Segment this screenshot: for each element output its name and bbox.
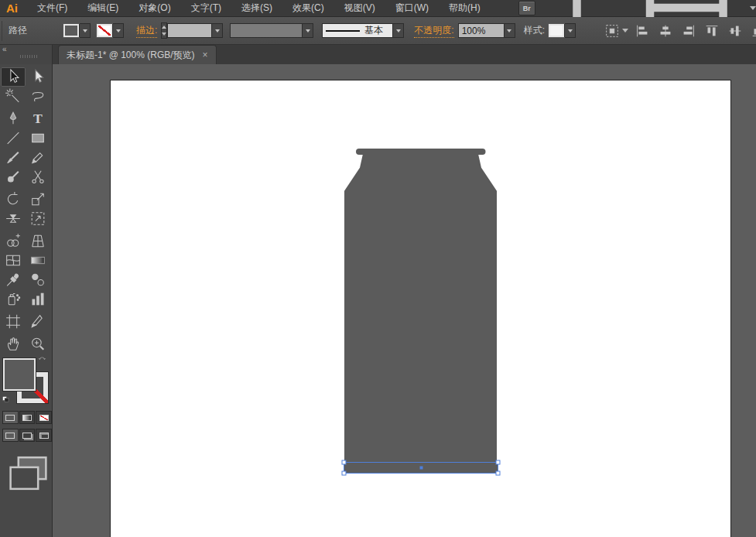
menu-item-help[interactable]: 帮助(H) — [439, 0, 491, 16]
selection-handle[interactable] — [496, 471, 500, 475]
stroke-color-combo[interactable] — [96, 23, 124, 38]
stroke-weight-dropdown[interactable] — [211, 24, 222, 37]
type-tool[interactable]: T — [26, 109, 50, 128]
paintbrush-tool[interactable] — [1, 148, 26, 167]
draw-normal-button[interactable] — [2, 429, 19, 442]
valign-top-button[interactable] — [703, 22, 721, 39]
menu-item-select[interactable]: 选择(S) — [231, 0, 282, 16]
fill-none-button[interactable] — [36, 411, 52, 424]
menu-item-window[interactable]: 窗口(W) — [385, 0, 439, 16]
column-graph-tool[interactable] — [26, 289, 50, 309]
fill-dropdown-button[interactable] — [79, 24, 90, 37]
slice-tool[interactable] — [26, 312, 50, 331]
chevron-down-icon — [215, 29, 220, 32]
scale-tool[interactable] — [26, 190, 50, 209]
free-transform-tool[interactable] — [26, 209, 50, 228]
align-center-h-button[interactable] — [656, 22, 675, 39]
draw-inside-button[interactable] — [36, 429, 52, 442]
selection-handle[interactable] — [496, 460, 500, 464]
stroke-weight-combo[interactable] — [167, 23, 223, 38]
close-tab-icon[interactable]: × — [203, 50, 208, 60]
symbol-sprayer-tool[interactable] — [1, 289, 26, 309]
stroke-dropdown-button[interactable] — [112, 24, 123, 37]
rotate-tool[interactable] — [1, 190, 26, 209]
magic-wand-tool[interactable] — [1, 87, 26, 106]
style-dropdown[interactable] — [564, 24, 575, 37]
hand-tool[interactable] — [1, 334, 26, 354]
tools-panel-header: « — [0, 45, 53, 64]
align-left-button[interactable] — [633, 22, 652, 39]
align-to-selection-button[interactable] — [602, 22, 628, 39]
blob-brush-tool[interactable] — [1, 167, 26, 186]
chevron-down-icon — [568, 29, 573, 32]
stroke-weight-field[interactable] — [168, 24, 211, 37]
swap-fill-stroke-icon[interactable] — [37, 355, 49, 365]
perspective-grid-tool[interactable] — [26, 231, 50, 251]
width-profile-combo[interactable] — [230, 23, 313, 38]
opacity-dropdown[interactable] — [504, 24, 515, 37]
stepper-down-button[interactable] — [162, 31, 166, 39]
direct-selection-tool[interactable] — [26, 67, 50, 87]
stroke-panel-link[interactable]: 描边: — [136, 24, 157, 38]
artboard-tool[interactable] — [1, 312, 26, 331]
rectangle-icon — [26, 128, 50, 148]
width-tool[interactable] — [1, 209, 26, 228]
menu-item-edit[interactable]: 编辑(E) — [77, 0, 128, 16]
menu-item-type[interactable]: 文字(T) — [181, 0, 231, 16]
selection-icon — [1, 67, 26, 87]
valign-middle-button[interactable] — [726, 22, 744, 39]
screen-mode-button[interactable] — [0, 450, 52, 497]
eyedropper-tool[interactable] — [1, 270, 26, 289]
brush-definition-dropdown[interactable] — [392, 24, 403, 37]
stepper-up-button[interactable] — [162, 23, 166, 31]
stroke-weight-stepper[interactable] — [161, 22, 167, 39]
perspective-grid-icon — [26, 231, 50, 251]
blend-tool[interactable] — [26, 270, 50, 289]
style-swatch[interactable] — [549, 24, 564, 37]
draw-behind-button[interactable] — [19, 429, 36, 442]
selection-handle[interactable] — [342, 471, 346, 475]
panel-grip[interactable] — [2, 21, 2, 41]
width-profile-dropdown[interactable] — [302, 24, 313, 37]
app-logo: Ai — [0, 2, 27, 15]
brush-definition-combo[interactable]: 基本 — [322, 23, 404, 38]
align-left-icon — [633, 22, 652, 39]
opacity-field[interactable]: 100% — [459, 24, 504, 37]
collapse-panel-button[interactable]: « — [2, 46, 7, 53]
zoom-tool[interactable] — [26, 334, 50, 354]
selection-tool[interactable] — [1, 67, 26, 87]
scissors-tool[interactable] — [26, 167, 50, 186]
menu-item-effect[interactable]: 效果(C) — [282, 0, 334, 16]
menu-item-object[interactable]: 对象(O) — [128, 0, 180, 16]
fill-color-combo[interactable] — [63, 23, 91, 38]
fill-swatch[interactable] — [63, 24, 79, 37]
pencil-tool[interactable] — [26, 148, 50, 167]
align-to-selection-icon — [602, 22, 622, 39]
align-right-button[interactable] — [679, 22, 698, 39]
width-profile-preview[interactable] — [231, 24, 302, 37]
stroke-swatch-none[interactable] — [97, 24, 112, 37]
screen-mode-icon — [5, 450, 52, 497]
mesh-tool[interactable] — [1, 251, 26, 270]
document-tab[interactable]: 未标题-1* @ 100% (RGB/预览) × — [58, 45, 217, 64]
opacity-combo[interactable]: 100% — [458, 23, 515, 38]
shape-builder-tool[interactable] — [1, 231, 26, 251]
rectangle-tool[interactable] — [26, 128, 50, 148]
canvas[interactable] — [53, 64, 756, 537]
bottle-body-shape[interactable] — [345, 154, 496, 463]
fill-color-button[interactable] — [2, 411, 19, 424]
opacity-panel-link[interactable]: 不透明度: — [414, 24, 453, 38]
line-segment-tool[interactable] — [1, 128, 26, 148]
pen-tool[interactable] — [1, 109, 26, 128]
style-combo[interactable] — [548, 23, 576, 38]
fill-gradient-button[interactable] — [19, 411, 36, 424]
bridge-button[interactable]: Br — [518, 1, 535, 15]
selection-handle[interactable] — [342, 460, 346, 464]
default-fill-stroke-icon[interactable] — [2, 394, 11, 403]
gradient-tool[interactable] — [26, 251, 50, 270]
fill-proxy[interactable] — [3, 358, 36, 391]
menu-item-file[interactable]: 文件(F) — [27, 0, 77, 16]
menu-item-view[interactable]: 视图(V) — [334, 0, 385, 16]
valign-bottom-button[interactable] — [749, 22, 756, 39]
lasso-tool[interactable] — [26, 87, 50, 106]
